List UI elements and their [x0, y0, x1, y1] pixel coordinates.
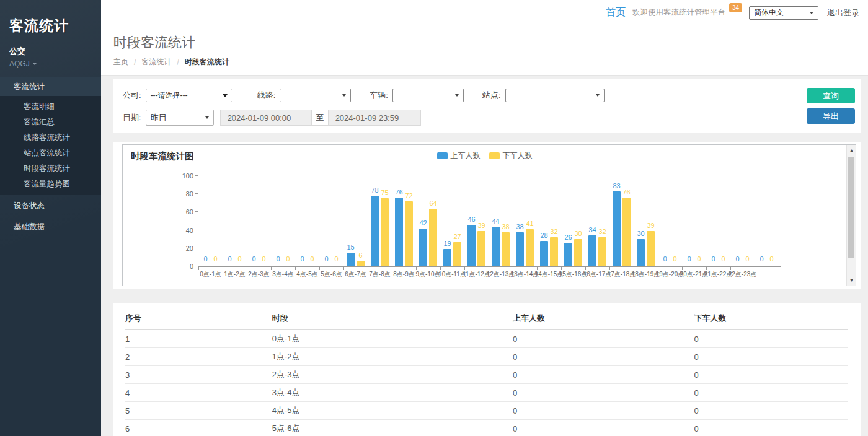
table-cell: 0 [694, 366, 848, 384]
breadcrumb-separator: / [134, 58, 136, 67]
bar-group: 7875 [368, 176, 392, 266]
date-to-label: 至 [311, 110, 329, 126]
table-row: 21点-2点00 [125, 348, 848, 366]
table-cell: 2 [125, 348, 272, 366]
station-select[interactable] [505, 89, 604, 102]
home-link[interactable]: 首页 [606, 6, 626, 19]
sidebar-submenu: 客流明细客流汇总线路客流统计站点客流统计时段客流统计客流量趋势图 [0, 96, 101, 195]
bar-value-label: 72 [400, 192, 418, 199]
sidebar-subitem[interactable]: 客流明细 [0, 99, 101, 115]
vehicle-select[interactable] [392, 89, 464, 102]
bar-group: 156 [343, 176, 368, 266]
app-logo-title: 客流统计 [0, 0, 101, 35]
bar-group: 00 [682, 176, 706, 266]
bar-group: 8376 [609, 176, 634, 266]
x-axis-tick [343, 267, 344, 270]
x-axis-tick [295, 267, 296, 270]
table-cell: 1 [125, 330, 272, 348]
bar-alighting [356, 261, 365, 266]
sidebar-subitem[interactable]: 线路客流统计 [0, 130, 101, 146]
table-cell: 6 [125, 420, 272, 436]
breadcrumb-home[interactable]: 主页 [113, 57, 128, 68]
chart-vertical-scrollbar[interactable]: ▲ ▼ [846, 145, 856, 286]
query-button[interactable]: 查询 [807, 88, 855, 103]
date-start-input[interactable]: 2024-01-09 00:00 [220, 110, 311, 126]
table-cell: 0 [694, 420, 848, 436]
bar-group: 1927 [440, 176, 464, 266]
y-axis-tick-label: 40 [172, 227, 193, 234]
table-cell: 1点-2点 [272, 348, 513, 366]
y-axis-tick-label: 60 [172, 208, 193, 216]
bar-alighting [502, 232, 510, 266]
sidebar-item-device-status[interactable]: 设备状态 [0, 195, 101, 216]
x-axis-tick [658, 267, 658, 270]
table-header-cell: 上车人数 [513, 308, 694, 330]
table-cell: 5 [125, 402, 272, 420]
scrollbar-thumb[interactable] [848, 157, 854, 258]
topbar: 首页 欢迎使用客流统计管理平台 34 简体中文 退出登录 [101, 0, 868, 25]
bar-group: 00 [658, 176, 682, 266]
x-axis-tick [489, 267, 489, 270]
sidebar-item-base-data[interactable]: 基础数据 [0, 216, 101, 237]
logout-link[interactable]: 退出登录 [827, 7, 859, 19]
legend-swatch-blue [437, 152, 448, 159]
scroll-down-arrow-icon[interactable]: ▼ [847, 276, 856, 285]
table-cell: 0 [513, 366, 694, 384]
table-cell: 2点-3点 [272, 366, 513, 384]
filter-panel: 公司: ---请选择--- 线路: 车辆: 站点: 日期: [113, 79, 861, 133]
notification-badge[interactable]: 34 [729, 3, 742, 12]
sidebar-subitem[interactable]: 时段客流统计 [0, 161, 101, 177]
filter-row-2: 日期: 昨日 2024-01-09 00:00 至 2024-01-09 23:… [123, 110, 851, 126]
sidebar-subitem[interactable]: 客流汇总 [0, 115, 101, 130]
date-end-input[interactable]: 2024-01-09 23:59 [329, 110, 421, 126]
bar-alighting [453, 242, 461, 266]
line-select[interactable] [280, 89, 351, 102]
x-axis-tick [682, 267, 683, 270]
table-row: 54点-5点00 [125, 402, 848, 420]
org-code-dropdown[interactable]: AQGJ [0, 57, 101, 68]
bar-group: 3039 [634, 176, 658, 266]
x-axis-tick [368, 267, 368, 270]
main-content: 公司: ---请选择--- 线路: 车辆: 站点: 日期: [101, 76, 868, 436]
sidebar-subitem[interactable]: 站点客流统计 [0, 146, 101, 161]
table-panel: 序号时段上车人数下车人数 10点-1点0021点-2点0032点-3点0043点… [113, 303, 861, 436]
page-header: 时段客流统计 主页 / 客流统计 / 时段客流统计 [101, 25, 868, 76]
legend-item-alighting[interactable]: 下车人数 [489, 150, 533, 161]
bar-alighting [429, 209, 437, 266]
bar-group: 00 [319, 176, 343, 266]
export-button[interactable]: 导出 [807, 108, 855, 124]
x-axis-tick [319, 267, 320, 270]
bar-boarding [492, 227, 500, 266]
bar-boarding [588, 235, 596, 266]
table-cell: 4点-5点 [272, 402, 513, 420]
breadcrumb-passenger-stats[interactable]: 客流统计 [141, 57, 171, 68]
table-cell: 0 [513, 348, 694, 366]
x-axis-tick [755, 267, 755, 270]
table-cell: 0 [694, 348, 848, 366]
x-axis-label: 6点-7点 [345, 270, 366, 279]
scroll-up-arrow-icon[interactable]: ▲ [847, 146, 856, 155]
org-code-label: AQGJ [9, 59, 30, 68]
sidebar-subitem[interactable]: 客流量趋势图 [0, 177, 101, 192]
bar-value-label: 76 [618, 188, 636, 196]
bar-boarding [467, 225, 476, 266]
date-preset-value: 昨日 [151, 112, 167, 123]
x-axis-label: 0点-1点 [200, 270, 221, 279]
x-axis-tick [392, 267, 392, 270]
bar-value-label: 27 [448, 233, 467, 240]
table-row: 32点-3点00 [125, 366, 848, 384]
company-select[interactable]: ---请选择--- [146, 89, 232, 102]
date-preset-select[interactable]: 昨日 [146, 110, 214, 126]
bar-group: 4264 [416, 176, 440, 266]
table-row: 65点-6点00 [125, 420, 848, 436]
legend-item-boarding[interactable]: 上车人数 [437, 150, 480, 161]
sidebar-item-passenger-stats[interactable]: 客流统计 [0, 77, 101, 96]
y-axis-tick-label: 100 [172, 172, 193, 180]
bar-group: 00 [730, 176, 755, 266]
bar-boarding [371, 196, 379, 266]
table-cell: 0 [513, 384, 694, 402]
language-select[interactable]: 简体中文 [749, 6, 818, 20]
bar-group: 00 [271, 176, 295, 266]
bar-boarding [540, 241, 548, 266]
bar-boarding [419, 229, 427, 266]
